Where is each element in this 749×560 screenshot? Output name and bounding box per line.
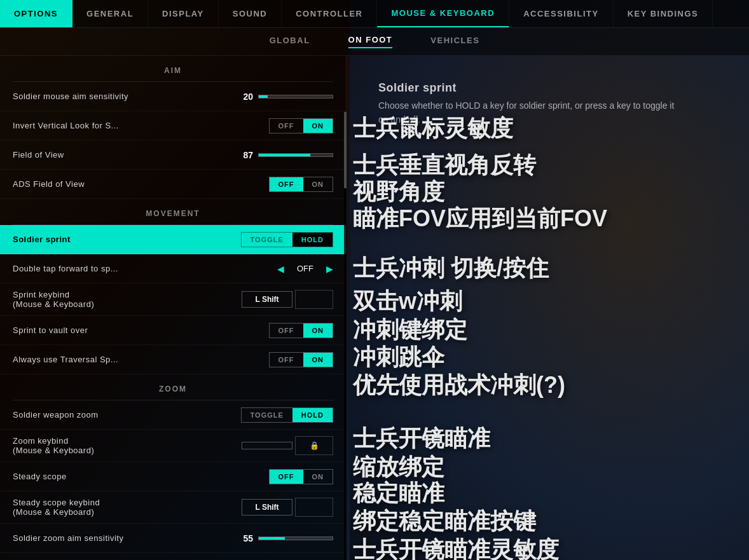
traversal-off-btn[interactable]: OFF xyxy=(270,353,303,367)
nav-display[interactable]: DISPLAY xyxy=(148,0,219,27)
traversal-toggle[interactable]: OFF ON xyxy=(269,352,334,367)
field-of-view-value: 87 xyxy=(234,150,253,160)
zoom-keybind-secondary[interactable]: 🔒 xyxy=(295,436,333,455)
field-of-view-label: Field of View xyxy=(13,150,64,160)
cn-double-tap-cn: 双击w冲刺 xyxy=(353,286,462,317)
sprint-keybind-row: Sprint keybind (Mouse & Keyboard) L Shif… xyxy=(0,283,346,316)
field-of-view-row: Field of View 87 xyxy=(0,140,346,170)
info-title: Soldier sprint xyxy=(378,81,457,94)
steady-scope-label: Steady scope xyxy=(13,472,67,481)
movement-section-header: MOVEMENT xyxy=(0,199,346,224)
traversal-row: Always use Traversal Sp... OFF ON xyxy=(0,345,346,374)
nav-key-bindings[interactable]: KEY BINDINGS xyxy=(614,0,713,27)
cn-traversal-cn: 优先使用战术冲刺(?) xyxy=(353,370,565,401)
nav-accessibility[interactable]: ACCESSIBILITY xyxy=(509,0,613,27)
steady-scope-off-btn[interactable]: OFF xyxy=(270,470,303,484)
main-content: AIM Soldier mouse aim sensitivity 20 Inv… xyxy=(0,56,749,560)
soldier-zoom-sensitivity-value: 55 xyxy=(234,533,253,543)
sub-nav: GLOBAL ON FOOT VEHICLES xyxy=(0,28,749,56)
ads-fov-toggle[interactable]: OFF ON xyxy=(269,177,334,192)
soldier-mouse-aim-track[interactable] xyxy=(258,95,333,99)
soldier-mouse-aim-label: Soldier mouse aim sensitivity xyxy=(13,92,128,101)
double-tap-row: Double tap forward to sp... ◀ OFF ▶ xyxy=(0,254,346,283)
soldier-sprint-toggle-btn[interactable]: TOGGLE xyxy=(242,233,292,247)
soldier-weapon-zoom-row: Soldier weapon zoom TOGGLE HOLD xyxy=(0,400,346,430)
zoom-section-header: ZOOM xyxy=(0,374,346,400)
sprint-vault-toggle[interactable]: OFF ON xyxy=(269,323,334,338)
field-of-view-track[interactable] xyxy=(258,153,333,157)
sprint-vault-on-btn[interactable]: ON xyxy=(303,324,333,338)
invert-vertical-toggle[interactable]: OFF ON xyxy=(269,118,334,133)
weapon-zoom-toggle-btn[interactable]: TOGGLE xyxy=(242,408,292,422)
soldier-sprint-label: Soldier sprint xyxy=(13,235,71,244)
soldier-sprint-row: Soldier sprint TOGGLE HOLD xyxy=(0,225,346,254)
sprint-keybind-control[interactable]: L Shift xyxy=(242,290,333,309)
sprint-keybind-primary[interactable]: L Shift xyxy=(242,291,292,308)
ads-fov-off-btn[interactable]: OFF xyxy=(270,177,303,191)
steady-scope-keybind-control[interactable]: L Shift xyxy=(242,498,333,517)
nav-general[interactable]: GENERAL xyxy=(72,0,148,27)
steady-scope-keybind-row: Steady scope keybind (Mouse & Keyboard) … xyxy=(0,491,346,524)
invert-vertical-label: Invert Vertical Look for S... xyxy=(13,121,119,130)
double-tap-left-arrow[interactable]: ◀ xyxy=(277,264,284,274)
soldier-zoom-sensitivity-control[interactable]: 55 xyxy=(234,533,333,543)
nav-options[interactable]: OPTIONS xyxy=(0,0,72,27)
invert-vertical-off-btn[interactable]: OFF xyxy=(270,119,303,133)
settings-panel: AIM Soldier mouse aim sensitivity 20 Inv… xyxy=(0,56,347,560)
steady-scope-keybind-label: Steady scope keybind (Mouse & Keyboard) xyxy=(13,498,100,517)
nav-controller[interactable]: CONTROLLER xyxy=(282,0,377,27)
cn-steady-cn: 稳定瞄准 xyxy=(353,478,444,509)
nav-mouse-keyboard[interactable]: MOUSE & KEYBOARD xyxy=(377,0,509,27)
top-nav: OPTIONS GENERAL DISPLAY SOUND CONTROLLER… xyxy=(0,0,749,28)
invert-vertical-row: Invert Vertical Look for S... OFF ON xyxy=(0,111,346,140)
cn-steady-key-cn: 绑定稳定瞄准按键 xyxy=(353,506,536,537)
zoom-keybind-primary[interactable] xyxy=(242,442,292,449)
steady-scope-row: Steady scope OFF ON xyxy=(0,462,346,491)
invert-vertical-on-btn[interactable]: ON xyxy=(303,119,333,133)
soldier-mouse-aim-value: 20 xyxy=(234,92,253,102)
aim-section-header: AIM xyxy=(0,56,346,81)
soldier-zoom-sensitivity-fill xyxy=(259,537,285,540)
soldier-sprint-hold-btn[interactable]: HOLD xyxy=(292,233,333,247)
lock-icon: 🔒 xyxy=(309,440,319,451)
cn-vault-cn: 冲刺跳伞 xyxy=(353,342,444,373)
sprint-vault-row: Sprint to vault over OFF ON xyxy=(0,316,346,345)
double-tap-right-arrow[interactable]: ▶ xyxy=(326,264,333,274)
info-panel: Soldier sprint Choose whether to HOLD a … xyxy=(347,56,749,560)
sprint-keybind-label: Sprint keybind (Mouse & Keyboard) xyxy=(13,290,94,309)
scroll-divider[interactable] xyxy=(344,112,347,560)
soldier-zoom-sensitivity-track[interactable] xyxy=(258,536,333,540)
soldier-weapon-zoom-toggle[interactable]: TOGGLE HOLD xyxy=(241,407,333,423)
field-of-view-control[interactable]: 87 xyxy=(234,150,333,160)
scroll-thumb[interactable] xyxy=(344,112,347,188)
sprint-vault-off-btn[interactable]: OFF xyxy=(270,324,303,338)
cn-sprint-key-cn: 冲刺键绑定 xyxy=(353,315,467,346)
sub-nav-global[interactable]: GLOBAL xyxy=(270,36,310,48)
double-tap-control[interactable]: ◀ OFF ▶ xyxy=(277,264,333,274)
zoom-keybind-control[interactable]: 🔒 xyxy=(242,436,333,455)
steady-scope-keybind-primary[interactable]: L Shift xyxy=(242,499,292,516)
field-of-view-fill xyxy=(259,154,310,156)
cn-ads-fov: 瞄准FOV应用到当前FOV xyxy=(353,203,607,235)
soldier-zoom-sensitivity-row: Soldier zoom aim sensitivity 55 xyxy=(0,524,346,553)
soldier-sprint-toggle[interactable]: TOGGLE HOLD xyxy=(241,232,333,247)
zoom-keybind-label: Zoom keybind (Mouse & Keyboard) xyxy=(13,436,94,455)
sprint-vault-label: Sprint to vault over xyxy=(13,325,88,335)
sprint-keybind-secondary[interactable] xyxy=(295,290,333,309)
soldier-zoom-sensitivity-label: Soldier zoom aim sensitivity xyxy=(13,533,123,543)
traversal-label: Always use Traversal Sp... xyxy=(13,355,118,364)
weapon-zoom-hold-btn[interactable]: HOLD xyxy=(292,408,333,422)
ads-fov-on-btn[interactable]: ON xyxy=(303,177,333,191)
ads-fov-label: ADS Field of View xyxy=(13,179,85,189)
cn-aim-sens: 士兵鼠标灵敏度 xyxy=(353,113,513,144)
soldier-mouse-aim-row: Soldier mouse aim sensitivity 20 xyxy=(0,82,346,111)
traversal-on-btn[interactable]: ON xyxy=(303,353,333,367)
sub-nav-vehicles[interactable]: VEHICLES xyxy=(430,36,479,48)
nav-sound[interactable]: SOUND xyxy=(219,0,282,27)
cn-sprint-main: 士兵冲刺 切换/按住 xyxy=(353,253,549,284)
steady-scope-toggle[interactable]: OFF ON xyxy=(269,469,334,484)
soldier-mouse-aim-control[interactable]: 20 xyxy=(234,92,333,102)
steady-scope-keybind-secondary[interactable] xyxy=(295,498,333,517)
sub-nav-on-foot[interactable]: ON FOOT xyxy=(348,35,393,48)
steady-scope-on-btn[interactable]: ON xyxy=(303,470,333,484)
